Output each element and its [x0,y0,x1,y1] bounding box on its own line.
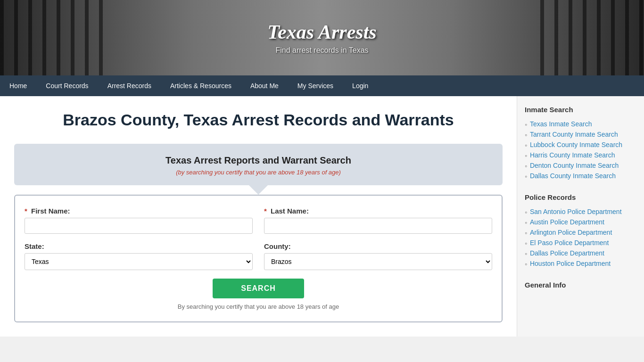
last-name-input[interactable] [264,218,492,234]
page-wrapper: Brazos County, Texas Arrest Records and … [0,96,644,337]
county-group: County: Brazos Harris Dallas Tarrant Bex… [264,242,492,270]
police-records-list: San Antonio Police Department Austin Pol… [525,208,636,268]
police-link-dallas[interactable]: Dallas Police Department [530,249,604,257]
site-subtitle: Find arrest records in Texas [267,46,376,55]
list-item: Arlington Police Department [525,229,636,237]
list-item: Texas Inmate Search [525,120,636,128]
last-name-required: * [264,207,267,215]
list-item: San Antonio Police Department [525,208,636,216]
sidebar-police-records: Police Records San Antonio Police Depart… [525,193,636,268]
header-bars-left [0,0,104,75]
county-label: County: [264,242,492,250]
inmate-link-lubbock[interactable]: Lubbock County Inmate Search [530,141,622,148]
inmate-link-texas[interactable]: Texas Inmate Search [530,120,592,128]
last-name-label: * Last Name: [264,207,492,215]
police-records-heading: Police Records [525,193,636,203]
general-info-heading: General Info [525,281,636,291]
list-item: El Paso Police Department [525,239,636,247]
last-name-group: * Last Name: [264,207,492,234]
list-item: Denton County Inmate Search [525,162,636,170]
state-group: State: Texas Alabama Alaska Arizona Arka… [25,242,253,270]
police-link-houston[interactable]: Houston Police Department [530,260,611,267]
form-footer-note: By searching you certify that you are ab… [25,303,492,310]
county-select[interactable]: Brazos Harris Dallas Tarrant Bexar Travi… [264,253,492,270]
location-row: State: Texas Alabama Alaska Arizona Arka… [25,242,492,270]
sidebar-general-info: General Info [525,281,636,291]
police-link-austin[interactable]: Austin Police Department [530,218,604,226]
state-select[interactable]: Texas Alabama Alaska Arizona Arkansas Ca… [25,253,253,270]
list-item: Austin Police Department [525,218,636,226]
list-item: Tarrant County Inmate Search [525,131,636,139]
header-content: Texas Arrests Find arrest records in Tex… [267,21,376,55]
nav-arrest-records[interactable]: Arrest Records [98,75,161,96]
sidebar: Inmate Search Texas Inmate Search Tarran… [517,96,644,337]
first-name-input[interactable] [25,218,253,234]
state-label: State: [25,242,253,250]
main-nav: Home Court Records Arrest Records Articl… [0,75,644,96]
arrow-down [249,185,268,195]
inmate-link-tarrant[interactable]: Tarrant County Inmate Search [530,131,618,138]
search-box-outer: Texas Arrest Reports and Warrant Search … [14,144,503,185]
nav-court-records[interactable]: Court Records [36,75,98,96]
search-box-notice: (by searching you certify that you are a… [24,169,493,176]
nav-login[interactable]: Login [343,75,378,96]
search-form: * First Name: * Last Name: State: [14,195,503,322]
nav-articles[interactable]: Articles & Resources [161,75,241,96]
inmate-link-harris[interactable]: Harris County Inmate Search [530,151,615,159]
first-name-required: * [25,207,27,215]
inmate-search-list: Texas Inmate Search Tarrant County Inmat… [525,120,636,180]
search-box-title: Texas Arrest Reports and Warrant Search [24,155,493,166]
inmate-link-dallas[interactable]: Dallas County Inmate Search [530,172,616,180]
inmate-link-denton[interactable]: Denton County Inmate Search [530,162,619,169]
police-link-el-paso[interactable]: El Paso Police Department [530,239,609,247]
site-header: Texas Arrests Find arrest records in Tex… [0,0,644,75]
page-title: Brazos County, Texas Arrest Records and … [14,110,503,130]
main-content: Brazos County, Texas Arrest Records and … [0,96,517,337]
sidebar-inmate-search: Inmate Search Texas Inmate Search Tarran… [525,106,636,180]
police-link-arlington[interactable]: Arlington Police Department [530,229,612,236]
first-name-group: * First Name: [25,207,253,234]
nav-services[interactable]: My Services [288,75,343,96]
first-name-label: * First Name: [25,207,253,215]
name-row: * First Name: * Last Name: [25,207,492,234]
list-item: Dallas Police Department [525,249,636,257]
inmate-search-heading: Inmate Search [525,106,636,115]
site-title: Texas Arrests [267,21,376,43]
list-item: Harris County Inmate Search [525,151,636,159]
list-item: Lubbock County Inmate Search [525,141,636,149]
list-item: Houston Police Department [525,260,636,268]
nav-about-me[interactable]: About Me [241,75,288,96]
nav-home[interactable]: Home [0,75,36,96]
header-bars-right [540,0,644,75]
search-button[interactable]: SEARCH [213,279,304,298]
list-item: Dallas County Inmate Search [525,172,636,180]
police-link-san-antonio[interactable]: San Antonio Police Department [530,208,622,215]
